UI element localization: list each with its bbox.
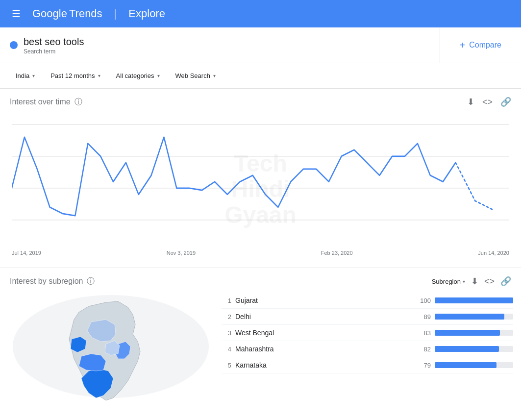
help-icon-ibs[interactable]: ⓘ — [87, 276, 95, 287]
x-label-3: Feb 23, 2020 — [321, 250, 353, 256]
region-bar-container — [435, 330, 513, 336]
region-bar-container — [435, 362, 513, 368]
header: ☰ Google Trends | Explore — [0, 0, 521, 27]
region-value: 82 — [413, 346, 431, 353]
download-icon-iot[interactable]: ⬇ — [467, 97, 474, 107]
map-area — [8, 293, 214, 402]
search-type-filter[interactable]: Web Search ▾ — [170, 69, 222, 82]
search-type-label: Web Search — [175, 72, 210, 79]
region-row: 5 Karnataka 79 — [222, 357, 513, 373]
subregion-dropdown-icon: ▾ — [463, 279, 465, 284]
subregion-controls: Subregion ▾ ⬇ <> 🔗 — [432, 276, 511, 287]
categories-dropdown-icon: ▾ — [157, 73, 160, 78]
subregion-dropdown-label: Subregion — [432, 278, 461, 285]
filters-bar: India ▾ Past 12 months ▾ All categories … — [0, 63, 521, 89]
regions-list: 1 Gujarat 100 2 Delhi 89 3 West Bengal 8… — [214, 293, 513, 402]
interest-by-subregion-title: Interest by subregion — [10, 277, 83, 286]
country-label: India — [16, 72, 29, 79]
country-filter[interactable]: India ▾ — [10, 69, 41, 82]
menu-icon[interactable]: ☰ — [8, 4, 25, 24]
subregion-dropdown[interactable]: Subregion ▾ — [432, 278, 465, 285]
region-name: Maharashtra — [235, 345, 409, 353]
interest-over-time-title: Interest over time — [10, 98, 71, 106]
region-rank: 2 — [222, 313, 231, 321]
region-row: 2 Delhi 89 — [222, 309, 513, 325]
region-rank: 5 — [222, 362, 231, 369]
region-row: 1 Gujarat 100 — [222, 293, 513, 309]
region-value: 83 — [413, 329, 431, 337]
period-label: Past 12 months — [50, 72, 95, 79]
region-name: Delhi — [235, 313, 409, 321]
search-type-dropdown-icon: ▾ — [213, 73, 216, 78]
chart-container: TechHindiGyaan 100 75 50 25 Jul 14, 2019… — [8, 111, 513, 268]
region-bar-container — [435, 297, 513, 303]
subregion-content: 1 Gujarat 100 2 Delhi 89 3 West Bengal 8… — [8, 293, 513, 410]
logo-google: Google — [32, 7, 67, 20]
categories-label: All categories — [116, 72, 154, 79]
search-text-group: best seo tools Search term — [24, 35, 84, 55]
share-icon-iot[interactable]: 🔗 — [500, 97, 511, 107]
logo: Google Trends — [32, 7, 102, 20]
region-row: 4 Maharashtra 82 — [222, 341, 513, 357]
region-value: 79 — [413, 362, 431, 369]
x-label-1: Jul 14, 2019 — [12, 250, 41, 256]
region-bar — [435, 314, 504, 320]
country-dropdown-icon: ▾ — [32, 73, 35, 78]
interest-chart: 100 75 50 25 — [12, 119, 509, 247]
region-value: 89 — [413, 313, 431, 321]
subregion-header: Interest by subregion ⓘ Subregion ▾ ⬇ <>… — [8, 268, 513, 293]
search-bar: best seo tools Search term + Compare — [0, 27, 521, 63]
search-dot — [10, 41, 18, 49]
compare-area[interactable]: + Compare — [440, 40, 521, 51]
region-value: 100 — [413, 297, 431, 304]
region-rank: 4 — [222, 346, 231, 353]
period-dropdown-icon: ▾ — [98, 73, 100, 78]
section-header-iot: Interest over time ⓘ ⬇ <> 🔗 — [8, 89, 513, 111]
region-rank: 3 — [222, 329, 231, 337]
header-divider: | — [114, 7, 117, 20]
interest-over-time-section: Interest over time ⓘ ⬇ <> 🔗 TechHindiGya… — [0, 89, 521, 268]
region-rank: 1 — [222, 297, 231, 304]
embed-icon-iot[interactable]: <> — [482, 97, 493, 107]
period-filter[interactable]: Past 12 months ▾ — [45, 69, 106, 82]
chart-x-labels: Jul 14, 2019 Nov 3, 2019 Feb 23, 2020 Ju… — [12, 248, 509, 264]
section-title-group-iot: Interest over time ⓘ — [10, 97, 82, 107]
interest-by-subregion-section: Interest by subregion ⓘ Subregion ▾ ⬇ <>… — [0, 268, 521, 410]
region-bar — [435, 330, 500, 336]
compare-plus-icon: + — [460, 40, 466, 51]
region-bar — [435, 297, 513, 303]
download-icon-ibs[interactable]: ⬇ — [471, 276, 478, 287]
help-icon-iot[interactable]: ⓘ — [74, 97, 82, 107]
region-name: Karnataka — [235, 361, 409, 369]
region-name: Gujarat — [235, 296, 409, 304]
search-type: Search term — [24, 48, 84, 55]
compare-label: Compare — [469, 41, 501, 49]
region-row: 3 West Bengal 83 — [222, 325, 513, 341]
embed-icon-ibs[interactable]: <> — [484, 276, 495, 287]
categories-filter[interactable]: All categories ▾ — [110, 69, 166, 82]
region-bar-container — [435, 346, 513, 352]
search-query: best seo tools — [24, 35, 84, 48]
section-title-group-ibs: Interest by subregion ⓘ — [10, 276, 95, 287]
share-icon-ibs[interactable]: 🔗 — [500, 276, 511, 287]
region-name: West Bengal — [235, 329, 409, 337]
x-label-4: Jun 14, 2020 — [478, 250, 509, 256]
region-bar — [435, 346, 499, 352]
region-bar-container — [435, 314, 513, 320]
region-bar — [435, 362, 496, 368]
india-map — [8, 293, 214, 400]
section-actions-iot: ⬇ <> 🔗 — [467, 97, 511, 107]
search-term-area[interactable]: best seo tools Search term — [0, 27, 440, 63]
header-explore: Explore — [128, 7, 165, 20]
x-label-2: Nov 3, 2019 — [167, 250, 196, 256]
logo-trends: Trends — [69, 7, 102, 20]
